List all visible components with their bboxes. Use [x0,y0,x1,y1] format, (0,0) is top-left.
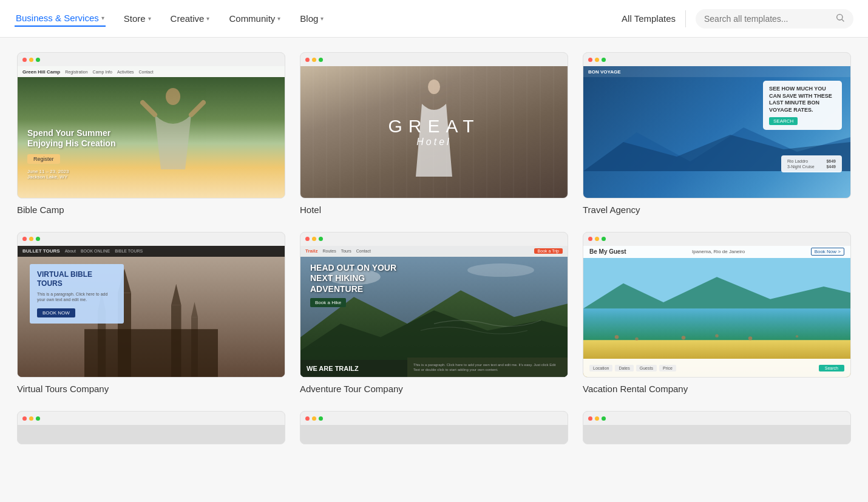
adv-logo: Trailz [305,248,317,254]
vacation-footer: Location Dates Guests Price Search [583,359,850,377]
svg-rect-17 [84,329,218,377]
minimize-dot [595,416,599,421]
filter-chip-price: Price [659,365,676,371]
nav-item-creative[interactable]: Creative ▾ [169,11,211,26]
template-label-vacation: Vacation Rental Company [583,384,851,394]
template-label-travel: Travel Agency [583,205,851,215]
travel-headline: SEE HOW MUCH YOU CAN SAVE WITH THESE LAS… [769,86,836,114]
template-card-adventure[interactable]: Trailz Routes Tours Contact Book a Trip [300,232,568,395]
browser-chrome-travel [583,53,850,66]
vacation-logo: Be My Guest [589,248,626,255]
template-thumb-virtual-tours: BULLET TOURS About BOOK ONLINE BIBLE TOU… [17,232,285,378]
svg-point-29 [682,336,686,339]
mini-nav-bible-camp: Green Hill Camp Registration Camp Info A… [18,66,285,77]
preview-virtual-tours: BULLET TOURS About BOOK ONLINE BIBLE TOU… [18,246,285,378]
search-bar[interactable] [696,9,853,29]
search-vacation-btn: Search [819,365,844,371]
expand-dot [36,237,40,241]
vacation-header: Be My Guest Ipanema, Rio de Janeiro Book… [583,246,850,258]
all-templates-link[interactable]: All Templates [622,13,676,24]
vt-nav-links: About BOOK ONLINE BIBLE TOURS [65,249,143,253]
price-table: Rio Laddro $649 3-Night Cruise $449 [781,155,842,172]
template-card-travel-agency[interactable]: BON VOYAGE SEE HOW MUCH YOU CAN SAVE WIT… [583,52,851,215]
partial-card-3[interactable] [583,411,851,444]
svg-point-30 [715,334,719,337]
partial-thumb-3 [583,411,851,444]
hotel-text-overlay: GREAT Hotel [388,116,480,148]
vt-overlay-box: VIRTUAL BIBLE TOURS This is a paragraph.… [30,264,124,324]
browser-chrome-p2 [300,412,568,425]
camp-location: Jackson Lake, WY [27,174,124,180]
browser-chrome-vt [18,232,285,246]
expand-dot [602,58,606,62]
navbar: Business & Services ▾ Store ▾ Creative ▾… [0,0,868,38]
chevron-down-icon-blog: ▾ [320,15,324,22]
partial-card-2[interactable] [300,411,568,444]
vt-logo: BULLET TOURS [22,248,60,254]
expand-dot [319,416,323,421]
template-label-virtual-tours: Virtual Tours Company [17,384,285,394]
nav-label-store: Store [124,13,146,24]
expand-dot [602,416,606,421]
travel-logo: BON VOYAGE [588,69,621,75]
template-thumb-hotel: GREAT Hotel [300,52,568,198]
hotel-big-text: GREAT [388,116,480,137]
template-label-bible-camp: Bible Camp [17,205,285,215]
nav-item-store[interactable]: Store ▾ [123,11,152,26]
template-label-adventure: Adventure Tour Company [300,384,568,394]
svg-point-31 [748,336,753,340]
browser-chrome-adventure [300,232,568,246]
beach-scene [583,258,850,359]
partial-card-1[interactable] [17,411,285,444]
search-icon[interactable] [835,13,845,25]
svg-rect-26 [583,340,850,359]
nav-item-business[interactable]: Business & Services ▾ [15,10,106,27]
price-row-1: Rio Laddro $649 [787,159,836,163]
minimize-dot [29,58,33,62]
svg-point-27 [615,335,619,339]
template-card-hotel[interactable]: GREAT Hotel Hotel [300,52,568,215]
preview-hotel: GREAT Hotel [300,66,568,198]
svg-point-32 [796,335,798,337]
close-dot [588,58,592,62]
close-dot [22,237,27,241]
close-dot [305,416,310,421]
minimize-dot [312,416,316,421]
chevron-down-icon-store: ▾ [148,15,151,22]
minimize-dot [29,237,33,241]
browser-chrome-vacation [583,232,850,246]
svg-point-20 [467,263,534,277]
filter-chip-dates: Dates [615,365,633,371]
search-input[interactable] [704,14,830,24]
template-thumb-vacation: Be My Guest Ipanema, Rio de Janeiro Book… [583,232,851,378]
nav-item-community[interactable]: Community ▾ [228,11,282,26]
template-card-virtual-tours[interactable]: BULLET TOURS About BOOK ONLINE BIBLE TOU… [17,232,285,395]
preview-travel: BON VOYAGE SEE HOW MUCH YOU CAN SAVE WIT… [583,66,850,198]
preview-bible-camp: Green Hill Camp Registration Camp Info A… [18,66,285,198]
filter-chip-location: Location [589,365,612,371]
adv-desc-section: This is a paragraph. Click here to add y… [407,358,568,378]
nav-links: Registration Camp Info Activities Contac… [65,70,153,74]
template-card-vacation-rental[interactable]: Be My Guest Ipanema, Rio de Janeiro Book… [583,232,851,395]
svg-point-2 [166,88,180,105]
vt-book-btn: BOOK NOW [37,308,75,317]
mini-nav-adventure: Trailz Routes Tours Contact Book a Trip [300,246,568,257]
adv-description: This is a paragraph. Click here to add y… [413,362,561,373]
minimize-dot [312,237,316,241]
close-dot [588,416,592,421]
preview-adventure: Trailz Routes Tours Contact Book a Trip [300,246,568,378]
template-card-bible-camp[interactable]: Green Hill Camp Registration Camp Info A… [17,52,285,215]
svg-line-3 [143,103,155,115]
nav-item-blog[interactable]: Blog ▾ [299,11,325,26]
template-thumb-travel: BON VOYAGE SEE HOW MUCH YOU CAN SAVE WIT… [583,52,851,198]
adv-we-are: WE ARE TRAILZ [307,365,401,372]
register-btn: Register [27,154,60,164]
partial-thumb-1 [17,411,285,444]
svg-point-28 [635,337,639,340]
camp-text-block: Spend Your Summer Enjoying His Creation … [27,128,124,180]
person-silhouette [137,84,209,169]
nav-label-community: Community [229,13,275,24]
browser-chrome-p3 [583,412,850,425]
template-thumb-adventure: Trailz Routes Tours Contact Book a Trip [300,232,568,378]
templates-grid: Green Hill Camp Registration Camp Info A… [17,52,851,394]
